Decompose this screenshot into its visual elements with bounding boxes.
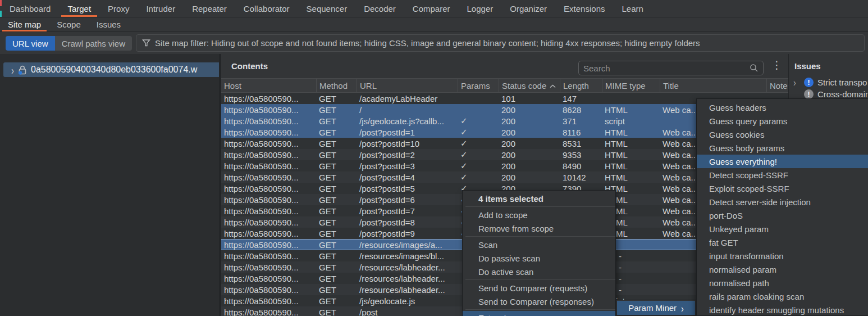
submenu-arrow-icon: › [607, 312, 610, 316]
menubar-tab[interactable]: Comparer [404, 0, 459, 17]
param-miner-submenu-item[interactable]: Unkeyed param [697, 222, 868, 236]
param-miner-submenu-item[interactable]: Guess body params [697, 141, 868, 155]
menubar-tab[interactable]: Decoder [355, 0, 404, 17]
column-header-title[interactable]: Title [660, 79, 766, 92]
param-miner-submenu-item[interactable]: normalised path [697, 276, 868, 290]
param-miner-submenu-item[interactable]: Detect scoped-SSRF [697, 168, 868, 182]
cell-url: /js/geolocate.js [357, 296, 458, 306]
column-header-status-code[interactable]: Status code [499, 79, 560, 92]
issue-expand-chevron-icon[interactable]: › [793, 77, 800, 88]
expand-chevron-icon[interactable]: › [11, 64, 14, 76]
subtab[interactable]: Scope [49, 17, 89, 31]
cell-method: GET [316, 308, 357, 316]
menubar-tab[interactable]: Dashboard [1, 0, 59, 17]
cell-host: https://0a5800590... [221, 251, 316, 261]
menubar-tab[interactable]: Repeater [184, 0, 235, 17]
menubar-tab[interactable]: Learn [613, 0, 651, 17]
param-miner-submenu-item-label: Guess headers [709, 103, 766, 112]
params-check-icon: ✓ [458, 138, 499, 148]
context-menu-item[interactable]: Scan › [463, 238, 615, 251]
site-map-filter-bar[interactable]: Site map filter: Hiding out of scope and… [136, 34, 865, 52]
issue-item[interactable]: › ! Strict transpo [789, 76, 868, 88]
param-miner-submenu-item-label: Unkeyed param [709, 224, 769, 234]
crawl-paths-view-button[interactable]: Crawl paths view [55, 36, 132, 51]
table-options-menu-icon[interactable]: ⋮ [771, 60, 779, 70]
url-view-button[interactable]: URL view [6, 36, 55, 51]
context-menu-item-label: Remove from scope [478, 224, 554, 233]
context-menu-item[interactable]: Do passive scan › [463, 251, 615, 265]
cell-method: GET [316, 139, 357, 148]
cell-mime-type: HTML [602, 105, 660, 115]
column-header-notes[interactable]: Notes [766, 79, 788, 92]
target-subtab-bar: Site map Scope Issues [0, 17, 868, 32]
menubar-tab[interactable]: Extensions [555, 0, 613, 17]
issue-label: Strict transpo [817, 78, 867, 87]
cell-method: GET [316, 184, 357, 193]
cell-url: /resources/images/bl... [357, 251, 458, 261]
context-menu-item[interactable]: Send to Comparer (responses) › [463, 295, 615, 308]
param-miner-submenu-item[interactable]: Guess cookies [697, 128, 868, 141]
param-miner-submenu-item[interactable]: port-DoS [697, 209, 868, 222]
param-miner-submenu-item[interactable]: fat GET [697, 236, 868, 249]
context-menu-item[interactable]: Add to scope › [463, 208, 615, 222]
menubar-tab[interactable]: Organizer [501, 0, 555, 17]
param-miner-submenu-item[interactable]: input transformation [697, 249, 868, 263]
param-miner-submenu-item[interactable]: Guess headers [697, 101, 868, 114]
menubar-tab-label: Comparer [413, 4, 450, 13]
menubar-tab[interactable]: Sequencer [298, 0, 356, 17]
context-menu-item[interactable]: Remove from scope › [463, 222, 615, 235]
context-menu-item[interactable]: Do active scan › [463, 265, 615, 278]
menubar-tab-label: Logger [467, 4, 494, 13]
tree-node-selected[interactable]: › 0a5800590400340d80eb033600fa0074.w [3, 62, 219, 77]
menubar-tab[interactable]: Collaborator [235, 0, 298, 17]
menubar-tab-label: Decoder [364, 4, 396, 13]
menubar-tab-label: Collaborator [244, 4, 290, 13]
column-header-params[interactable]: Params [458, 79, 499, 92]
param-miner-submenu-item[interactable]: normalised param [697, 263, 868, 276]
window-edge-red-mark [0, 0, 2, 6]
menubar-tab[interactable]: Proxy [99, 0, 138, 17]
cell-host: https://0a5800590... [221, 128, 316, 137]
cell-mime-type: HTML [602, 161, 660, 171]
cell-host: https://0a5800590... [221, 105, 316, 115]
column-header-method[interactable]: Method [316, 79, 357, 92]
cell-status-code: 101 [499, 94, 560, 103]
context-menu-item[interactable]: 4 items selected › [463, 192, 615, 205]
param-miner-submenu-item[interactable]: Detect server-side injection [697, 195, 868, 209]
menubar-tab-label: Extensions [564, 4, 605, 13]
subtab[interactable]: Issues [89, 17, 129, 31]
param-miner-label: Param Miner [628, 303, 677, 313]
column-header-length[interactable]: Length [560, 79, 602, 92]
column-header-mime-type[interactable]: MIME type [602, 79, 660, 92]
context-menu-item-label: 4 items selected [478, 194, 543, 204]
param-miner-menu-item[interactable]: Param Miner › [617, 301, 695, 315]
cell-length: 371 [560, 116, 602, 126]
menubar-tab-label: Repeater [192, 4, 227, 13]
cell-url: /js/geolocate.js?callb... [357, 116, 458, 126]
param-miner-submenu-item[interactable]: Guess query params [697, 114, 868, 128]
menubar-tab[interactable]: Target [59, 0, 99, 17]
window-edge-teal-mark [0, 11, 2, 17]
column-header-host[interactable]: Host [221, 79, 316, 92]
menubar-tab[interactable]: Intruder [138, 0, 184, 17]
search-box[interactable] [578, 61, 764, 75]
param-miner-submenu-item[interactable]: identify header smuggling mutations [697, 303, 868, 316]
cell-host: https://0a5800590... [221, 218, 316, 227]
context-menu-item[interactable]: Send to Comparer (requests) › [463, 281, 615, 295]
cell-length: 8531 [560, 139, 602, 148]
param-miner-submenu-item[interactable]: Guess everything! [697, 155, 868, 168]
column-header-url[interactable]: URL [357, 79, 458, 92]
context-menu-item[interactable]: Extensions › [463, 311, 615, 316]
cell-method: GET [316, 173, 357, 182]
cell-length: 8490 [560, 161, 602, 171]
cell-method: GET [316, 296, 357, 306]
menubar-tab[interactable]: Logger [459, 0, 502, 17]
cell-host: https://0a5800590... [221, 161, 316, 171]
param-miner-submenu-item[interactable]: Exploit scoped-SSRF [697, 182, 868, 195]
search-input[interactable] [583, 64, 750, 73]
params-check-icon: ✓ [458, 127, 499, 137]
param-miner-submenu-item[interactable]: rails param cloaking scan [697, 290, 868, 303]
cell-url: /post?postId=4 [357, 173, 458, 182]
cell-method: GET [316, 274, 357, 283]
subtab[interactable]: Site map [0, 17, 49, 31]
